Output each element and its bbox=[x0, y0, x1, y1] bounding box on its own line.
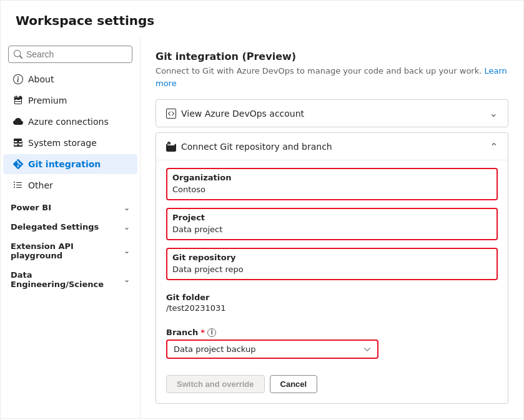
page-title: Workspace settings bbox=[1, 1, 523, 38]
cloud-icon bbox=[13, 117, 23, 127]
sidebar-item-git-integration[interactable]: Git integration bbox=[3, 154, 137, 174]
branch-value: Data project backup bbox=[174, 344, 255, 354]
power-bi-label: Power BI bbox=[11, 203, 51, 212]
git-integration-subtitle: Connect to Git with Azure DevOps to mana… bbox=[156, 65, 508, 89]
search-box[interactable] bbox=[8, 46, 132, 63]
dropdown-chevron-icon bbox=[363, 346, 371, 353]
organization-value: Contoso bbox=[172, 183, 492, 195]
git-repository-value: Data project repo bbox=[172, 263, 492, 275]
action-buttons: Switch and override Cancel bbox=[166, 375, 498, 393]
connect-git-body: Organization Contoso Project Data projec… bbox=[156, 160, 508, 403]
git-integration-title: Git integration (Preview) bbox=[156, 51, 508, 62]
cancel-button[interactable]: Cancel bbox=[270, 375, 318, 393]
connect-git-label: Connect Git repository and branch bbox=[181, 142, 332, 152]
sidebar-item-other-label: Other bbox=[28, 180, 53, 190]
sidebar-item-premium-label: Premium bbox=[28, 95, 67, 105]
git-folder-value: /test20231031 bbox=[166, 303, 498, 313]
nav-section-extension-api[interactable]: Extension API playground ⌄ bbox=[1, 235, 140, 263]
sidebar-item-azure-connections[interactable]: Azure connections bbox=[3, 112, 137, 132]
sidebar-item-other[interactable]: Other bbox=[3, 175, 137, 195]
nav-section-power-bi[interactable]: Power BI ⌄ bbox=[1, 197, 140, 215]
chevron-up-icon-connect: ⌄ bbox=[490, 140, 498, 152]
storage-icon bbox=[13, 138, 23, 148]
branch-info-icon[interactable]: i bbox=[207, 328, 216, 337]
sidebar-item-system-storage-label: System storage bbox=[28, 138, 97, 148]
sidebar-item-system-storage[interactable]: System storage bbox=[3, 133, 137, 153]
diamond-icon bbox=[13, 95, 23, 105]
devops-icon bbox=[166, 109, 176, 119]
view-devops-accordion: View Azure DevOps account ⌄ bbox=[156, 99, 508, 127]
project-label: Project bbox=[172, 213, 492, 222]
connect-git-accordion-header[interactable]: Connect Git repository and branch ⌄ bbox=[156, 133, 508, 160]
connect-git-accordion: Connect Git repository and branch ⌄ Orga… bbox=[156, 132, 508, 404]
chevron-down-icon-2: ⌄ bbox=[124, 223, 130, 232]
branch-dropdown[interactable]: Data project backup bbox=[166, 339, 378, 359]
search-icon bbox=[14, 50, 22, 59]
git-folder-label: Git folder bbox=[166, 293, 498, 302]
git-repository-label: Git repository bbox=[172, 253, 492, 262]
repo-icon bbox=[166, 142, 176, 152]
delegated-settings-label: Delegated Settings bbox=[11, 222, 99, 232]
nav-section-delegated-settings[interactable]: Delegated Settings ⌄ bbox=[1, 216, 140, 234]
data-engineering-label: Data Engineering/Science bbox=[11, 270, 124, 289]
search-input[interactable] bbox=[26, 49, 127, 59]
git-folder-section: Git folder /test20231031 bbox=[166, 288, 498, 313]
required-star: * bbox=[200, 328, 205, 337]
sidebar: About Premium Azure connections bbox=[1, 38, 141, 418]
chevron-down-icon-4: ⌄ bbox=[124, 275, 130, 284]
branch-label-text: Branch bbox=[166, 328, 198, 337]
git-repository-field: Git repository Data project repo bbox=[166, 248, 498, 280]
chevron-down-icon-3: ⌄ bbox=[124, 247, 130, 255]
extension-api-label: Extension API playground bbox=[11, 242, 124, 260]
chevron-down-icon-devops: ⌄ bbox=[490, 107, 498, 119]
workspace-settings-page: Workspace settings About bbox=[0, 0, 524, 420]
branch-section: Branch * i Data project backup bbox=[166, 328, 498, 359]
git-icon bbox=[13, 159, 23, 169]
branch-label-row: Branch * i bbox=[166, 328, 498, 337]
main-content: Git integration (Preview) Connect to Git… bbox=[141, 38, 523, 418]
list-icon bbox=[13, 180, 23, 190]
project-value: Data project bbox=[172, 223, 492, 235]
organization-label: Organization bbox=[172, 173, 492, 182]
sidebar-item-about[interactable]: About bbox=[3, 69, 137, 89]
info-icon bbox=[13, 74, 23, 84]
sidebar-item-about-label: About bbox=[28, 74, 54, 84]
view-devops-label: View Azure DevOps account bbox=[181, 109, 304, 119]
sidebar-item-premium[interactable]: Premium bbox=[3, 90, 137, 110]
sidebar-item-azure-label: Azure connections bbox=[28, 117, 109, 127]
switch-override-button[interactable]: Switch and override bbox=[166, 375, 265, 393]
nav-section-data-engineering[interactable]: Data Engineering/Science ⌄ bbox=[1, 264, 140, 291]
project-field: Project Data project bbox=[166, 208, 498, 240]
chevron-down-icon: ⌄ bbox=[124, 203, 130, 212]
view-devops-accordion-header[interactable]: View Azure DevOps account ⌄ bbox=[156, 100, 508, 127]
organization-field: Organization Contoso bbox=[166, 168, 498, 200]
sidebar-item-git-label: Git integration bbox=[28, 159, 101, 169]
